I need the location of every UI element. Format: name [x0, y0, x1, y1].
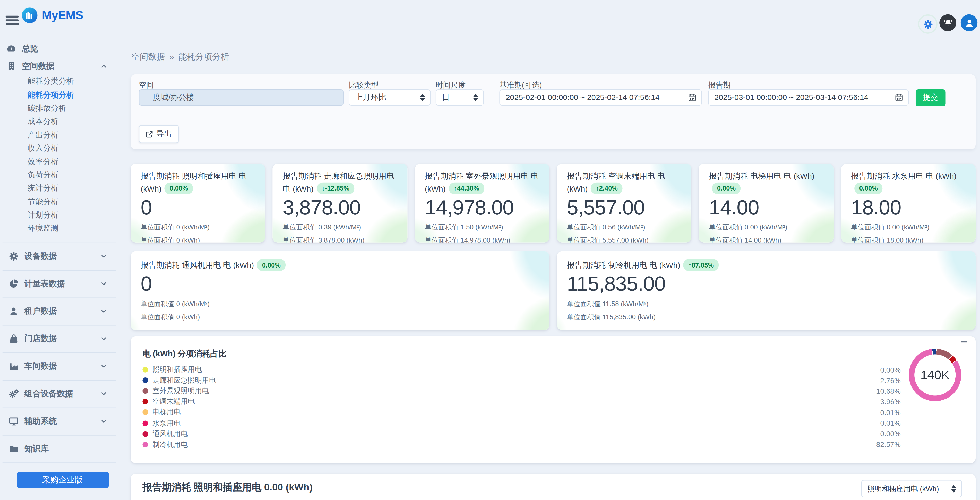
- stat-card-value: 18.00: [851, 196, 966, 218]
- stat-card-line2: 单位面积值 115,835.00 (kWh): [567, 313, 966, 322]
- chevron-down-icon: [100, 335, 107, 342]
- sidebar-item-store-data[interactable]: 门店数据: [3, 325, 116, 352]
- chevron-down-icon: [100, 417, 107, 425]
- user-avatar-button[interactable]: [961, 14, 978, 32]
- sidebar-item-tenant-data[interactable]: 租户数据: [3, 297, 116, 325]
- sidebar-subitem[interactable]: 能耗分类分析: [0, 75, 125, 88]
- sidebar-subitem[interactable]: 统计分析: [0, 182, 125, 196]
- legend-item[interactable]: 电梯用电: [142, 407, 216, 417]
- sidebar-subitem-active[interactable]: 能耗分项分析: [0, 88, 125, 102]
- stat-card: 报告期消耗 照明和插座用电 电 (kWh)0.00% 0 单位面积值 0 (kW…: [130, 164, 265, 242]
- stat-card-line2: 单位面积值 18.00 (kWh): [851, 236, 966, 242]
- change-badge: 0.00%: [854, 182, 883, 195]
- chevron-up-icon: [100, 62, 107, 70]
- filter-panel: 空间 一度城/办公楼 比较类型 上月环比 时间尺度 日 基准期(可选) 2025…: [130, 75, 975, 149]
- stat-card-value: 14.00: [709, 196, 823, 218]
- period-type-value: 日: [442, 92, 450, 103]
- legend-label: 通风机用电: [153, 429, 188, 438]
- energy-item-select[interactable]: 照明和插座用电 (kWh): [861, 480, 962, 497]
- legend-label: 空调末端用电: [153, 397, 195, 406]
- legend-item[interactable]: 通风机用电: [142, 428, 216, 439]
- legend-item[interactable]: 空调末端用电: [142, 396, 216, 407]
- pie-chart-icon: [9, 279, 19, 289]
- sidebar-subitem[interactable]: 产出分析: [0, 129, 125, 142]
- legend-percent: 0.00%: [876, 364, 901, 375]
- base-period-input[interactable]: 2025-02-01 00:00:00 ~ 2025-02-14 07:56:1…: [499, 89, 702, 105]
- sidebar-item-auxiliary-system[interactable]: 辅助系统: [3, 407, 116, 435]
- stat-card-line1: 单位面积值 0 (kWh/M²): [141, 223, 255, 232]
- stat-card-line1: 单位面积值 0.00 (kWh/M²): [851, 223, 966, 232]
- share-chart-card: 电 (kWh) 分项消耗占比 照明和插座用电 走廊和应急照明用电 室外景观照明用…: [130, 336, 975, 463]
- legend-percent: 0.01%: [876, 418, 901, 428]
- buy-enterprise-button[interactable]: 采购企业版: [16, 472, 108, 488]
- legend-dot: [142, 399, 148, 404]
- change-badge: ↑87.85%: [683, 259, 719, 271]
- sidebar-item-combined-equipment-data[interactable]: 组合设备数据: [3, 380, 116, 407]
- export-button[interactable]: 导出: [139, 125, 179, 143]
- detail-section-title: 报告期消耗 照明和插座用电 0.00 (kWh): [142, 481, 313, 494]
- hamburger-menu-icon[interactable]: [6, 16, 19, 25]
- space-input[interactable]: 一度城/办公楼: [139, 89, 344, 105]
- legend-percent: 10.68%: [876, 386, 901, 396]
- reporting-period-input[interactable]: 2025-03-01 00:00:00 ~ 2025-03-14 07:56:1…: [708, 89, 909, 105]
- legend-dot: [142, 410, 148, 415]
- chevron-down-icon: [100, 390, 107, 398]
- sidebar-subitem[interactable]: 环境监测: [0, 222, 125, 235]
- legend-item[interactable]: 室外景观照明用电: [142, 386, 216, 396]
- legend-dot: [142, 388, 148, 394]
- legend-item[interactable]: 制冷机用电: [142, 439, 216, 450]
- stat-card-line2: 单位面积值 0 (kWh): [141, 236, 255, 242]
- stat-card: 报告期消耗 走廊和应急照明用电 电 (kWh)↓-12.85% 3,878.00…: [273, 164, 407, 242]
- sidebar-item-equipment-data[interactable]: 设备数据: [3, 242, 116, 270]
- sidebar-item-overview[interactable]: 总览: [0, 40, 125, 57]
- period-type-select[interactable]: 日: [436, 89, 484, 105]
- stat-card-line2: 单位面积值 14,978.00 (kWh): [425, 236, 539, 242]
- change-badge: 0.00%: [164, 182, 193, 195]
- base-period-label: 基准期(可选): [499, 80, 542, 91]
- stat-card-line1: 单位面积值 1.50 (kWh/M²): [425, 223, 539, 232]
- sidebar-subitem[interactable]: 成本分析: [0, 115, 125, 129]
- comparison-type-select[interactable]: 上月环比: [348, 89, 431, 105]
- stat-cards-row-2: 报告期消耗 通风机用电 电 (kWh)0.00% 0 单位面积值 0 (kWh/…: [130, 251, 975, 330]
- submit-button[interactable]: 提交: [916, 89, 946, 106]
- sidebar-subitem[interactable]: 负荷分析: [0, 169, 125, 182]
- breadcrumb-separator: »: [169, 52, 174, 61]
- chart-toolbox-icon[interactable]: [961, 341, 967, 346]
- stat-cards-row-1: 报告期消耗 照明和插座用电 电 (kWh)0.00% 0 单位面积值 0 (kW…: [130, 164, 975, 242]
- app-logo[interactable]: MyEMS: [22, 8, 83, 23]
- sidebar-item-label: 门店数据: [24, 333, 57, 344]
- stat-card: 报告期消耗 室外景观照明用电 电 (kWh)↑44.38% 14,978.00 …: [415, 164, 549, 242]
- sidebar-subitem[interactable]: 节能分析: [0, 196, 125, 209]
- legend-item[interactable]: 走廊和应急照明用电: [142, 375, 216, 386]
- folder-icon: [9, 444, 19, 454]
- myems-logo-icon: [22, 8, 38, 23]
- shopping-bag-icon: [9, 334, 19, 344]
- legend-percent: 82.57%: [876, 439, 901, 450]
- donut-ring[interactable]: 140K: [909, 349, 961, 401]
- stat-card-value: 3,878.00: [283, 196, 397, 218]
- change-badge: 0.00%: [257, 259, 286, 271]
- legend-item[interactable]: 照明和插座用电: [142, 364, 216, 375]
- select-arrows-icon: [420, 94, 425, 101]
- stat-card-value: 5,557.00: [567, 196, 682, 218]
- settings-gear-button[interactable]: [918, 14, 937, 34]
- sidebar-item-knowledge-base[interactable]: 知识库: [3, 435, 116, 463]
- sidebar-subitem[interactable]: 碳排放分析: [0, 102, 125, 115]
- stat-card: 报告期消耗 空调末端用电 电 (kWh)↑2.40% 5,557.00 单位面积…: [557, 164, 692, 242]
- legend-percent: 2.76%: [876, 375, 901, 386]
- sidebar-item-workshop-data[interactable]: 车间数据: [3, 352, 116, 380]
- notifications-bell-button[interactable]: [939, 14, 956, 32]
- sidebar-subitem[interactable]: 计划分析: [0, 209, 125, 222]
- donut-center-label: 140K: [909, 349, 961, 401]
- space-value: 一度城/办公楼: [145, 92, 194, 103]
- breadcrumb-parent[interactable]: 空间数据: [131, 52, 165, 61]
- sidebar-subitem[interactable]: 效率分析: [0, 155, 125, 169]
- sidebar-subitem[interactable]: 收入分析: [0, 142, 125, 155]
- gear-icon: [9, 251, 19, 261]
- legend-item[interactable]: 水泵用电: [142, 418, 216, 428]
- select-arrows-icon: [951, 485, 956, 492]
- person-icon: [9, 306, 19, 317]
- stat-card: 报告期消耗 制冷机用电 电 (kWh)↑87.85% 115,835.00 单位…: [557, 251, 975, 330]
- sidebar-item-space-data[interactable]: 空间数据: [0, 57, 125, 75]
- sidebar-item-meter-data[interactable]: 计量表数据: [3, 270, 116, 297]
